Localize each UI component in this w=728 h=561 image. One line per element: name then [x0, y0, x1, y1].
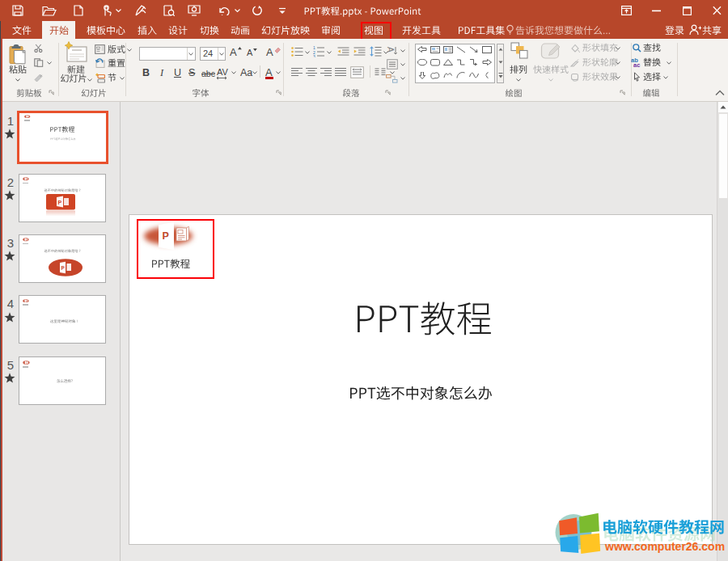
- svg-text:ac: ac: [633, 61, 640, 67]
- svg-text:A: A: [387, 47, 395, 53]
- svg-text:P: P: [61, 265, 66, 271]
- svg-text:P: P: [163, 230, 169, 242]
- svg-text:P: P: [58, 200, 62, 205]
- svg-text:3: 3: [313, 54, 315, 58]
